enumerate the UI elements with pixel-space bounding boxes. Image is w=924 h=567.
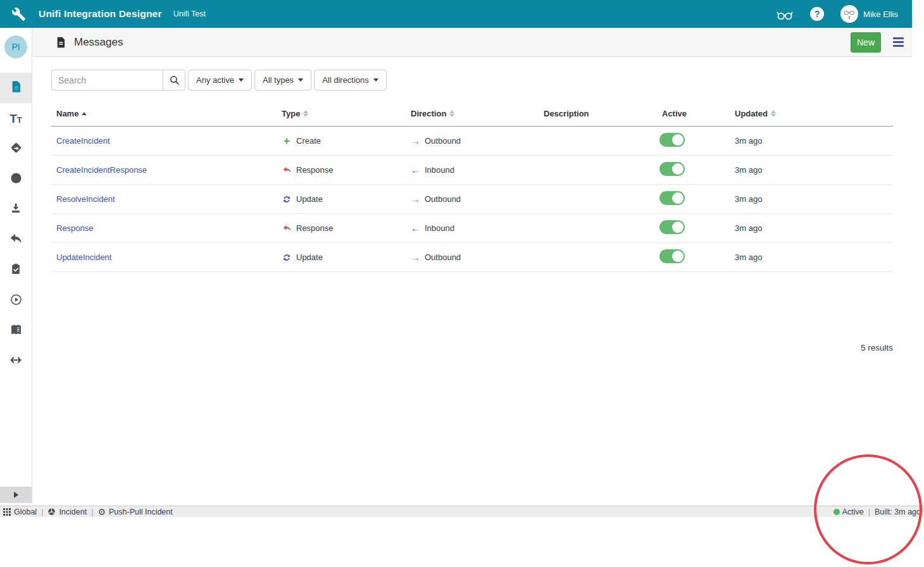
wrench-logo-icon [11,7,26,22]
incident-wheel-icon [47,508,56,516]
active-toggle[interactable] [659,191,685,205]
page-header: Messages New [32,28,912,57]
updated-cell: 3m ago [735,136,893,146]
sidebar-nav: TT [0,73,32,377]
direction-label: Outbound [425,252,461,262]
table-body: CreateIncident + Create → ← Outbound 3 [51,127,893,272]
messages-document-icon [9,80,22,96]
inbound-arrow-icon: ← [411,165,420,175]
book-icon [9,323,23,339]
type-label: Response [296,223,334,233]
sidebar-expand-button[interactable] [0,487,32,503]
sidebar-item-scenarios[interactable] [0,134,32,164]
top-header-bar: Unifi Integration Designer Unifi Test ? … [0,0,912,28]
update-refresh-icon [282,195,292,204]
download-icon [9,202,22,217]
direction-filter-dropdown[interactable]: All directions [314,70,387,90]
statusbar-process[interactable]: Incident [47,508,87,516]
column-header-description: Description [544,109,659,118]
scenario-diamond-icon [9,141,23,157]
table-row: Response + Response → ← Inbound 3m ago [51,214,893,243]
active-filter-label: Any active [196,75,234,85]
message-name-link[interactable]: CreateIncident [56,136,110,146]
column-header-type[interactable]: Type [282,109,411,118]
app-window: Unifi Integration Designer Unifi Test ? … [0,0,924,567]
table-row: ResolveIncident + Update → ← Outbound [51,185,893,214]
sidebar-item-documentation[interactable] [0,316,32,346]
process-label: Incident [59,508,87,516]
updated-cell: 3m ago [735,165,893,175]
column-header-active: Active [659,109,735,118]
sidebar-item-fields[interactable]: TT [0,103,32,134]
message-name-link[interactable]: Response [56,223,94,233]
preview-glasses-icon[interactable] [776,6,794,22]
type-label: Update [296,194,323,204]
statusbar-global[interactable]: Global [3,508,37,516]
sidebar-item-history[interactable] [0,164,32,194]
history-clock-icon [9,171,23,187]
message-name-link[interactable]: ResolveIncident [56,194,115,204]
direction-label: Outbound [425,136,461,146]
sort-icon [771,110,776,117]
active-toggle[interactable] [659,162,685,176]
type-label: Create [296,136,321,146]
message-name-link[interactable]: UpdateIncident [56,252,111,262]
direction-filter-label: All directions [322,75,369,85]
left-sidebar: PI TT [0,28,32,506]
sidebar-item-messages[interactable] [0,73,32,103]
active-toggle[interactable] [659,249,685,263]
sidebar-item-responses[interactable] [0,225,32,255]
updated-cell: 3m ago [735,194,893,204]
messages-page-icon [55,36,66,49]
column-header-direction[interactable]: Direction [411,109,544,118]
sidebar-item-import[interactable] [0,194,32,225]
table-row: CreateIncident + Create → ← Outbound 3 [51,127,893,156]
new-button[interactable]: New [851,32,881,53]
app-title: Unifi Integration Designer [39,8,162,20]
help-glyph: ? [815,9,820,19]
table-row: CreateIncidentResponse + Response → ← In… [51,156,893,185]
play-circle-icon [9,293,23,309]
caret-down-icon [298,78,303,82]
type-filter-dropdown[interactable]: All types [254,70,311,90]
messages-table: Name Type Direction Description Active [51,101,893,272]
built-label: Built: 3m ago [875,508,921,516]
search-input[interactable] [51,70,163,90]
sidebar-item-run[interactable] [0,285,32,316]
results-count: 5 results [861,343,893,352]
help-icon[interactable]: ? [810,7,824,21]
search-button[interactable] [163,70,185,90]
sort-asc-icon [82,112,87,115]
statusbar-integration[interactable]: ⚙ Push-Pull Incident [97,508,172,516]
status-label: Active [842,508,864,516]
active-filter-dropdown[interactable]: Any active [188,70,252,90]
direction-label: Inbound [425,223,454,233]
sort-icon [449,110,454,117]
code-brackets-icon [9,353,23,370]
user-name[interactable]: Mike Ellis [863,9,898,19]
sort-icon [303,110,308,117]
active-toggle[interactable] [659,220,685,234]
outbound-arrow-icon: → [411,252,420,262]
sidebar-item-tasks[interactable] [0,255,32,285]
message-name-link[interactable]: CreateIncidentResponse [56,165,147,175]
user-avatar[interactable] [840,5,858,23]
sidebar-item-code[interactable] [0,346,32,377]
separator: | [868,508,870,516]
main-content: Any active All types All directions Name… [32,57,912,506]
caret-down-icon [373,78,378,82]
type-label: Update [296,252,323,262]
caret-down-icon [239,78,244,82]
updated-cell: 3m ago [735,223,893,233]
clipboard-check-icon [9,263,22,278]
create-plus-icon: + [282,135,292,146]
active-toggle[interactable] [659,133,685,147]
integration-label: Push-Pull Incident [109,508,173,516]
menu-hamburger-icon[interactable] [893,35,904,50]
outbound-arrow-icon: → [411,194,420,204]
column-header-name[interactable]: Name [51,109,282,118]
column-header-updated[interactable]: Updated [735,109,893,118]
integration-avatar[interactable]: PI [4,35,27,58]
separator: | [91,508,93,516]
expand-arrow-icon [14,492,18,498]
